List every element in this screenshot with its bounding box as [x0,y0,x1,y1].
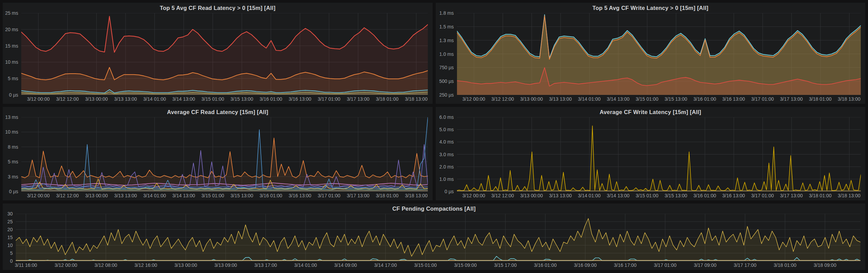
x-axis-tick-label: 3/13 00:00 [164,262,207,268]
y-axis-tick-label: 15 ms [3,43,18,49]
y-axis-tick-label: 5 ms [3,159,18,164]
panel-top5-read-latency: Top 5 Avg CF Read Latency > 0 [15m] [All… [3,3,433,104]
x-axis-tick-label: 3/18 13:00 [828,193,865,198]
y-axis-tick-label: 1.5 ms [436,24,454,29]
x-axis-tick-label: 3/18 13:00 [395,96,432,102]
x-axis-tick-label: 3/14 09:00 [324,262,367,268]
plot-area-avg-write-latency[interactable] [457,117,861,191]
panel-pending-compactions: CF Pending Compactions [All] 30252015105… [3,203,865,270]
panel-title-avg-read-latency[interactable]: Average CF Read Latency [15m] [All] [3,107,433,117]
panel-title-text: Average CF Write Latency [15m] [All] [600,109,701,115]
chart-canvas[interactable] [21,117,428,191]
y-axis-tick-label: 0 µs [3,92,18,98]
y-axis-tick-label: 6.0 ms [436,114,454,120]
grafana-dashboard: Top 5 Avg CF Read Latency > 0 [15m] [All… [0,0,868,273]
y-axis-tick-label: 10 [3,243,13,248]
series-cf-orange [21,138,428,178]
x-axis-tick-label: 3/15 01:00 [404,262,447,268]
x-axis-tick-label: 3/15 09:00 [444,262,487,268]
x-axis-tick-label: 3/16 01:00 [524,262,566,268]
panel-title-pending-compactions[interactable]: CF Pending Compactions [All] [3,203,865,214]
panel-avg-write-latency: Average CF Write Latency [15m] [All] 6.0… [436,107,866,200]
x-axis-tick-label: 3/17 09:00 [684,262,726,268]
panel-title-text: Top 5 Avg CF Read Latency > 0 [15m] [All… [160,5,275,11]
chart-canvas[interactable] [21,13,428,95]
x-axis-tick-label: 3/14 17:00 [364,262,407,268]
y-axis-tick-label: 750 µs [436,65,454,70]
x-axis-tick-label: 3/18 09:00 [804,262,846,268]
x-axis-tick-label: 3/17 01:00 [644,262,687,268]
y-axis-tick-label: 250 µs [436,92,454,98]
y-axis-tick-label: 1.0 ms [436,176,454,182]
y-axis-tick-label: 30 [3,211,13,216]
y-axis-tick-label: 5.0 ms [436,127,454,132]
y-axis-tick-label: 5 ms [3,76,18,81]
y-axis-tick-label: 25 [3,219,13,224]
y-axis-tick-label: 3.0 ms [436,152,454,157]
x-axis-tick-label: 3/16 17:00 [604,262,646,268]
panel-avg-read-latency: Average CF Read Latency [15m] [All] 13 m… [3,107,433,200]
y-axis-tick-label: 20 [3,227,13,232]
panel-title-text: CF Pending Compactions [All] [392,206,476,212]
x-axis-tick-label: 3/11 16:00 [5,262,47,268]
y-axis-tick-label: 8 ms [3,144,18,150]
y-axis-tick-label: 5 [3,250,13,256]
y-axis-tick-label: 25 ms [3,10,18,16]
series-write-latency-gold [457,126,861,190]
y-axis-tick-label: 1.0 ms [436,51,454,57]
plot-area-top5-write-latency[interactable] [457,13,861,95]
y-axis-tick-label: 10 ms [3,129,18,135]
x-axis-tick-label: 3/18 13:00 [828,96,865,102]
chart-canvas[interactable] [457,13,861,95]
x-axis-tick-label: 3/17 17:00 [724,262,766,268]
panel-title-text: Average CF Read Latency [15m] [All] [167,109,268,115]
y-axis-tick-label: 4.0 ms [436,139,454,145]
y-axis-tick-label: 0 µs [436,189,454,194]
y-axis-tick-label: 0 µs [3,189,18,194]
chart-canvas[interactable] [16,214,860,261]
x-axis-tick-label: 3/12 16:00 [125,262,167,268]
panel-title-top5-read-latency[interactable]: Top 5 Avg CF Read Latency > 0 [15m] [All… [3,3,433,13]
y-axis-tick-label: 500 µs [436,78,454,84]
y-axis-tick-label: 1.3 ms [436,38,454,43]
y-axis-tick-label: 20 ms [3,27,18,32]
x-axis-tick-label: 3/16 09:00 [564,262,607,268]
y-axis-tick-label: 10 ms [3,59,18,65]
panel-title-avg-write-latency[interactable]: Average CF Write Latency [15m] [All] [436,107,866,117]
plot-area-top5-read-latency[interactable] [21,13,428,95]
x-axis-tick-label: 3/14 01:00 [284,262,327,268]
y-axis-tick-label: 3 ms [3,174,18,179]
x-axis-tick-label: 3/13 17:00 [244,262,287,268]
x-axis-tick-label: 3/12 00:00 [45,262,87,268]
y-axis-tick-label: 1.8 ms [436,10,454,16]
y-axis-tick-label: 13 ms [3,114,18,120]
x-axis-tick-label: 3/12 08:00 [84,262,127,268]
panel-top5-write-latency: Top 5 Avg CF Write Latency > 0 [15m] [Al… [436,3,866,104]
x-axis-tick-label: 3/18 13:00 [395,193,432,198]
panel-title-text: Top 5 Avg CF Write Latency > 0 [15m] [Al… [593,5,708,11]
panel-title-top5-write-latency[interactable]: Top 5 Avg CF Write Latency > 0 [15m] [Al… [436,3,866,13]
x-axis-tick-label: 3/15 17:00 [484,262,527,268]
x-axis-tick-label: 3/18 01:00 [764,262,806,268]
y-axis-tick-label: 2.0 ms [436,164,454,170]
plot-area-pending-compactions[interactable] [16,214,860,261]
chart-canvas[interactable] [457,117,861,191]
x-axis-tick-label: 3/13 09:00 [204,262,247,268]
plot-area-avg-read-latency[interactable] [21,117,428,191]
y-axis-tick-label: 15 [3,235,13,240]
